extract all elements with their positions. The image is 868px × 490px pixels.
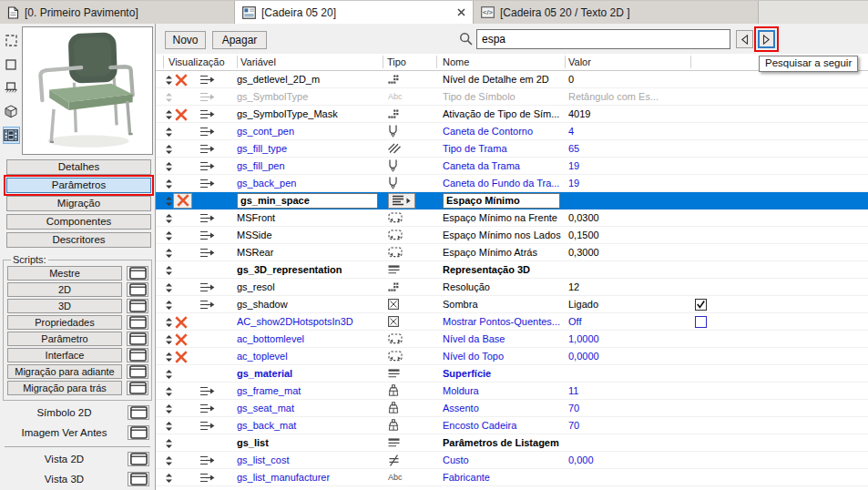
col-header-nome[interactable]: Nome: [443, 56, 469, 67]
open-window-icon[interactable]: [127, 364, 148, 379]
parameter-name[interactable]: Espaço Mínimo na Frente: [436, 212, 565, 223]
parameter-value[interactable]: 4: [565, 126, 690, 137]
script-button-3d[interactable]: 3D: [7, 299, 122, 313]
pen-type-icon[interactable]: [383, 159, 436, 172]
reorder-updown-icon[interactable]: [165, 196, 173, 209]
parameter-name[interactable]: Nível da Base: [436, 333, 565, 344]
parameter-row[interactable]: gs_back_pen Caneta do Fundo da Tra... 19: [156, 175, 868, 192]
reorder-updown-icon[interactable]: [165, 109, 173, 122]
abc-type-icon[interactable]: Abc: [383, 92, 436, 101]
parameter-row[interactable]: MSRear Espaço Mínimo Atrás 0,3000: [156, 244, 868, 261]
title-type-icon[interactable]: [383, 438, 436, 447]
open-window-icon[interactable]: [127, 299, 148, 313]
parameter-name[interactable]: Caneta da Trama: [436, 160, 565, 171]
reorder-updown-icon[interactable]: [165, 282, 173, 295]
reorder-updown-icon[interactable]: [165, 248, 173, 260]
parameter-row[interactable]: gs_min_space Espaço Mínimo: [156, 192, 868, 209]
hidden-parameter-x-icon[interactable]: [175, 351, 188, 365]
reorder-updown-icon[interactable]: [165, 127, 173, 139]
new-parameter-button[interactable]: Novo: [165, 31, 206, 49]
length-type-icon[interactable]: [383, 230, 436, 240]
parameter-name[interactable]: Custo: [436, 454, 565, 465]
script-button-migra-o-para-adiante[interactable]: Migração para adiante: [7, 364, 122, 379]
parameter-variable[interactable]: gs_list_manufacturer: [237, 472, 383, 483]
reorder-updown-icon[interactable]: [165, 352, 173, 364]
parameter-variable[interactable]: gs_detlevel_2D_m: [237, 74, 383, 85]
reorder-updown-icon[interactable]: [165, 213, 173, 226]
parameter-value[interactable]: Off: [565, 316, 690, 327]
parameter-name[interactable]: Representação 3D: [436, 264, 565, 275]
pen-type-icon[interactable]: [383, 177, 436, 189]
parameter-row[interactable]: gs_seat_mat Assento 70: [156, 400, 868, 417]
script-button-migra-o-para-tr-s[interactable]: Migração para trás: [7, 381, 122, 395]
parameter-name[interactable]: Nível do Topo: [436, 351, 565, 362]
plan-square-icon[interactable]: [3, 56, 20, 73]
parameter-value[interactable]: Retângulo com Es...: [565, 91, 690, 102]
checkbox-unchecked[interactable]: [690, 316, 868, 328]
parameter-name[interactable]: Moldura: [436, 385, 565, 396]
parameter-variable[interactable]: gs_SymbolType_Mask: [237, 108, 383, 119]
parameter-name[interactable]: Encosto Cadeira: [436, 420, 565, 431]
parameter-variable[interactable]: gs_back_mat: [237, 420, 383, 431]
parameter-value[interactable]: 0,3000: [565, 247, 690, 258]
parameter-name[interactable]: Espaço Mínimo Atrás: [436, 247, 565, 258]
script-button-mestre[interactable]: Mestre: [7, 266, 122, 281]
open-window-icon[interactable]: [127, 381, 148, 395]
parameter-name[interactable]: Superfície: [436, 368, 565, 379]
parameter-variable[interactable]: gs_frame_mat: [237, 385, 383, 396]
parameter-name[interactable]: Caneta do Fundo da Tra...: [436, 178, 565, 189]
reorder-updown-icon[interactable]: [165, 265, 173, 278]
variable-edit-field[interactable]: gs_min_space: [237, 193, 378, 209]
parameter-variable[interactable]: gs_cont_pen: [237, 126, 383, 137]
integer-type-icon[interactable]: [383, 75, 436, 85]
parameter-value[interactable]: 0,1500: [565, 230, 690, 240]
parameter-row[interactable]: gs_SymbolType Abc Tipo de Símbolo Retâng…: [156, 88, 868, 106]
parameter-name[interactable]: Tipo de Símbolo: [436, 91, 565, 102]
close-tab-icon[interactable]: [444, 8, 465, 16]
parameter-name[interactable]: Parâmetros de Listagem: [436, 437, 565, 448]
parameter-variable[interactable]: gs_list: [237, 437, 383, 448]
reorder-updown-icon[interactable]: [165, 455, 173, 468]
parameter-name[interactable]: Resolução: [436, 281, 565, 292]
reorder-updown-icon[interactable]: [165, 317, 173, 330]
title-type-icon[interactable]: [383, 265, 436, 274]
parameter-value[interactable]: 11: [565, 385, 690, 396]
parameter-name[interactable]: Nível de Detalhe em 2D: [436, 74, 565, 85]
panel-button-par-metros[interactable]: Parâmetros: [6, 178, 151, 193]
parameter-variable[interactable]: gs_material: [237, 368, 383, 379]
parameter-variable[interactable]: gs_min_space: [237, 193, 383, 209]
hidden-parameter-x-icon[interactable]: [175, 333, 188, 348]
parameter-variable[interactable]: gs_fill_type: [237, 143, 383, 154]
hidden-parameter-x-icon[interactable]: [175, 316, 188, 331]
parameter-row[interactable]: gs_list_manufacturer Abc Fabricante: [156, 469, 868, 486]
open-window-icon[interactable]: [128, 452, 149, 466]
search-previous-button[interactable]: [736, 30, 753, 48]
parameter-variable[interactable]: gs_3D_representation: [237, 264, 383, 275]
reorder-updown-icon[interactable]: [165, 144, 173, 157]
parameter-row[interactable]: gs_list Parâmetros de Listagem: [156, 434, 868, 452]
reorder-updown-icon[interactable]: [165, 473, 173, 485]
cube-3d-icon[interactable]: [3, 103, 20, 120]
tab-floor-plan[interactable]: [0. Primeiro Pavimento]: [0, 1, 235, 24]
parameter-value[interactable]: 65: [565, 143, 690, 154]
length-type-icon[interactable]: [383, 212, 436, 223]
open-window-icon[interactable]: [127, 315, 148, 330]
parameter-row[interactable]: ac_toplevel Nível do Topo 0,0000: [156, 348, 868, 365]
parameter-row[interactable]: MSSide Espaço Mínimo nos Lados 0,1500: [156, 227, 868, 244]
tab-2d-script[interactable]: </> [Cadeira 05 20 / Texto 2D ]: [474, 1, 759, 24]
parameter-name[interactable]: Sombra: [436, 299, 565, 310]
panel-button-descritores[interactable]: Descritores: [6, 232, 151, 248]
parameter-name[interactable]: Tipo de Trama: [436, 143, 565, 154]
parameter-variable[interactable]: ac_bottomlevel: [237, 333, 383, 344]
parameter-name[interactable]: Mostrar Pontos-Quentes...: [436, 316, 565, 327]
parameter-value[interactable]: 19: [565, 160, 690, 171]
parameter-variable[interactable]: gs_SymbolType: [237, 91, 383, 102]
titlebtn-type-icon[interactable]: [383, 193, 436, 209]
reorder-updown-icon[interactable]: [165, 334, 173, 347]
open-window-icon[interactable]: [127, 348, 148, 362]
parameter-value[interactable]: 70: [565, 403, 690, 413]
tab-object-editor[interactable]: [Cadeira 05 20]: [235, 1, 474, 24]
parameter-row[interactable]: gs_cont_pen Caneta de Contorno 4: [156, 123, 868, 140]
parameter-value[interactable]: Ligado: [565, 299, 690, 310]
reorder-updown-icon[interactable]: [165, 386, 173, 399]
